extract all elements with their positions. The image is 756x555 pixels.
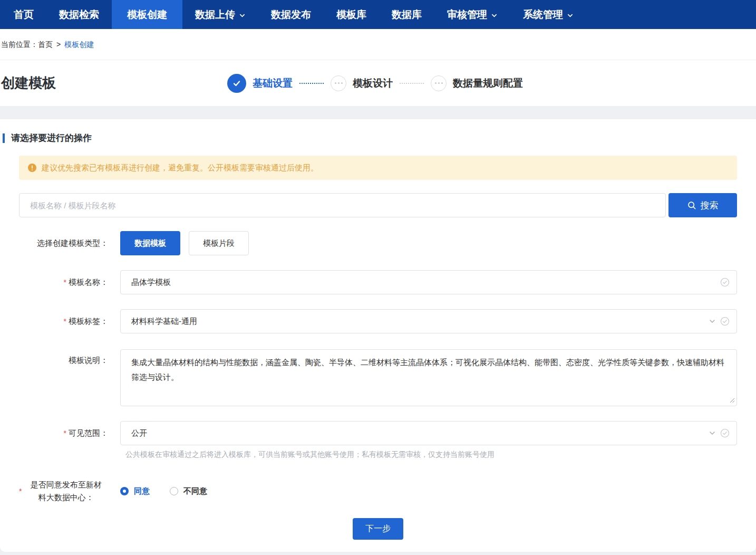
template-desc-textarea[interactable]: 集成大量晶体材料的结构与性能数据，涵盖金属、陶瓷、半导体、二维材料等主流晶体体系… <box>120 349 737 406</box>
consent-label-line2: 料大数据中心： <box>24 491 108 504</box>
form-row-template-desc: 模板说明： 集成大量晶体材料的结构与性能数据，涵盖金属、陶瓷、半导体、二维材料等… <box>19 349 737 406</box>
search-button-label: 搜索 <box>701 199 719 212</box>
step-template-design: 模板设计 <box>331 75 393 91</box>
warning-banner: 建议优先搜索已有模板再进行创建，避免重复。公开模板需要审核通过后使用。 <box>19 156 737 180</box>
main-wrap: 请选择要进行的操作 建议优先搜索已有模板再进行创建，避免重复。公开模板需要审核通… <box>0 119 756 555</box>
required-marker: * <box>64 317 66 326</box>
search-row: 搜索 <box>19 193 737 217</box>
template-tag-control: 材料科学基础-通用 <box>120 309 737 333</box>
consent-radio-group: 同意 不同意 <box>120 486 207 496</box>
warning-icon <box>28 164 36 172</box>
breadcrumb-prefix: 当前位置： <box>1 40 38 49</box>
search-input[interactable] <box>19 193 666 217</box>
section-divider <box>0 106 756 119</box>
type-option-data-template[interactable]: 数据模板 <box>120 231 180 255</box>
title-row: 创建模板 基础设置 模板设计 数据量规则配置 <box>0 60 756 106</box>
section-header: 请选择要进行的操作 <box>3 132 737 144</box>
template-name-control <box>120 270 737 294</box>
chevron-down-icon <box>567 12 574 19</box>
nav-item-data-search[interactable]: 数据检索 <box>46 0 112 29</box>
step-connector <box>400 83 424 84</box>
template-tag-label: *模板标签： <box>19 309 108 333</box>
page-title: 创建模板 <box>1 74 56 92</box>
required-marker: * <box>19 487 22 495</box>
breadcrumb-current-link[interactable]: 模板创建 <box>64 40 94 49</box>
required-marker: * <box>64 429 66 437</box>
template-name-label: *模板名称： <box>19 270 108 294</box>
nav-item-system-management[interactable]: 系统管理 <box>510 0 586 29</box>
radio-disagree-label: 不同意 <box>183 486 207 496</box>
consent-label: * 是否同意发布至新材 料大数据中心： <box>19 479 108 504</box>
stepper: 基础设置 模板设计 数据量规则配置 <box>227 60 523 106</box>
next-step-button[interactable]: 下一步 <box>353 518 403 540</box>
step-done-check-icon <box>227 74 246 93</box>
section-title: 请选择要进行的操作 <box>11 132 92 144</box>
nav-item-home[interactable]: 首页 <box>1 0 46 29</box>
nav-item-template-library[interactable]: 模板库 <box>324 0 379 29</box>
radio-agree[interactable]: 同意 <box>120 486 150 496</box>
top-nav: 首页 数据检索 模板创建 数据上传 数据发布 模板库 数据库 审核管理 系统管理 <box>0 0 756 29</box>
nav-item-database[interactable]: 数据库 <box>379 0 434 29</box>
visibility-control: 公开 <box>120 421 737 445</box>
step-label: 模板设计 <box>353 76 393 90</box>
radio-selected-icon <box>120 487 129 495</box>
type-selector-label: 选择创建模板类型： <box>19 238 108 248</box>
type-selector-row: 选择创建模板类型： 数据模板 模板片段 <box>19 231 737 255</box>
section-accent-bar <box>3 133 5 143</box>
main-panel: 请选择要进行的操作 建议优先搜索已有模板再进行创建，避免重复。公开模板需要审核通… <box>0 119 756 552</box>
consent-label-line1: 是否同意发布至新材 <box>24 479 108 491</box>
search-icon <box>687 201 696 210</box>
resize-handle[interactable] <box>729 397 735 403</box>
chevron-down-icon <box>709 429 716 437</box>
nav-item-data-upload[interactable]: 数据上传 <box>182 0 258 29</box>
step-data-rule-config: 数据量规则配置 <box>431 75 523 91</box>
radio-agree-label: 同意 <box>134 486 150 496</box>
template-desc-control: 集成大量晶体材料的结构与性能数据，涵盖金属、陶瓷、半导体、二维材料等主流晶体体系… <box>120 349 737 406</box>
step-basic-settings: 基础设置 <box>227 74 293 93</box>
check-circle-icon <box>720 428 730 438</box>
nav-item-template-create[interactable]: 模板创建 <box>112 0 182 29</box>
radio-disagree[interactable]: 不同意 <box>170 486 207 496</box>
step-pending-dots-icon <box>331 75 346 91</box>
form-row-template-tag: *模板标签： 材料科学基础-通用 <box>19 309 737 333</box>
visibility-select[interactable]: 公开 <box>120 421 737 445</box>
step-connector <box>299 83 324 84</box>
breadcrumb: 当前位置：首页>模板创建 <box>0 29 756 60</box>
type-option-template-fragment[interactable]: 模板片段 <box>189 231 249 255</box>
template-tag-select[interactable]: 材料科学基础-通用 <box>120 309 737 333</box>
form-row-consent: * 是否同意发布至新材 料大数据中心： 同意 不同意 <box>19 479 737 504</box>
breadcrumb-home-link[interactable]: 首页 <box>38 40 53 49</box>
template-desc-label: 模板说明： <box>19 349 108 406</box>
visibility-label: *可见范围： <box>19 421 108 445</box>
next-row: 下一步 <box>19 518 737 540</box>
step-label: 基础设置 <box>253 76 293 90</box>
nav-item-review-management[interactable]: 审核管理 <box>434 0 510 29</box>
step-label: 数据量规则配置 <box>453 76 523 90</box>
template-name-input[interactable] <box>120 270 737 294</box>
chevron-down-icon <box>709 318 716 325</box>
required-marker: * <box>64 278 66 286</box>
check-circle-icon <box>720 317 730 326</box>
step-pending-dots-icon <box>431 75 447 91</box>
chevron-down-icon <box>491 12 498 19</box>
form-row-visibility: *可见范围： 公开 <box>19 421 737 445</box>
search-button[interactable]: 搜索 <box>668 193 737 217</box>
breadcrumb-separator: > <box>56 40 61 49</box>
nav-item-data-publish[interactable]: 数据发布 <box>258 0 324 29</box>
visibility-hint: 公共模板在审核通过之后将进入模板库，可供当前账号或其他账号使用；私有模板无需审核… <box>125 450 737 460</box>
form-row-template-name: *模板名称： <box>19 270 737 294</box>
warning-text: 建议优先搜索已有模板再进行创建，避免重复。公开模板需要审核通过后使用。 <box>42 163 318 173</box>
chevron-down-icon <box>239 12 246 19</box>
check-circle-icon <box>720 278 730 287</box>
radio-unselected-icon <box>170 487 178 495</box>
